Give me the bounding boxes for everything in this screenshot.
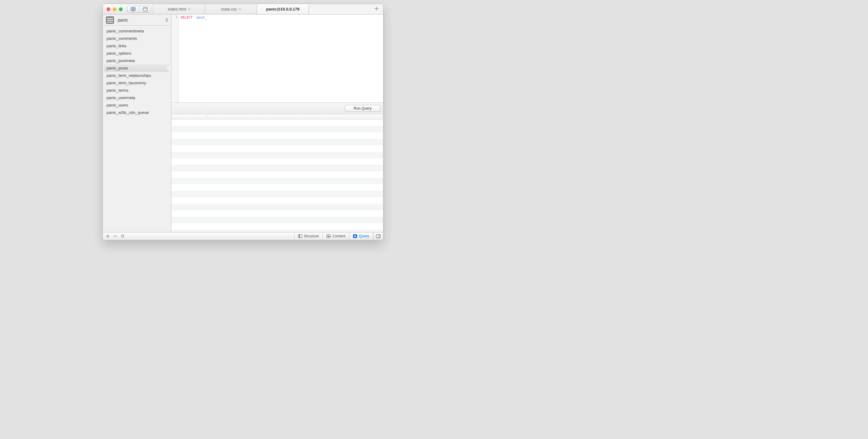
sidebar: panic panic_commentmeta panic_comments p…	[103, 14, 172, 232]
tab-label: coda.css	[221, 7, 237, 11]
panel-toggle-icon	[376, 234, 380, 238]
result-row[interactable]	[172, 145, 383, 152]
table-item[interactable]: panic_term_relationships	[104, 72, 170, 79]
results-pane	[172, 114, 383, 232]
results-header	[172, 114, 383, 120]
database-name: panic	[118, 18, 162, 23]
sql-punct: `	[207, 15, 209, 20]
tab-label: Content	[332, 234, 345, 238]
toggle-panel-button[interactable]	[373, 233, 383, 240]
run-bar: Run Query	[172, 103, 383, 114]
table-item[interactable]: panic_postmeta	[104, 57, 170, 65]
svg-rect-2	[132, 11, 134, 11]
run-query-button[interactable]: Run Query	[345, 105, 380, 112]
result-row[interactable]	[172, 132, 383, 139]
svg-rect-1	[132, 8, 135, 10]
new-tab-button[interactable]	[374, 6, 379, 12]
titlebar: index.html coda.css panic@10.0.0.179	[103, 4, 383, 14]
minimize-window-button[interactable]	[113, 7, 117, 11]
view-mode-group	[127, 6, 151, 13]
close-window-button[interactable]	[106, 7, 110, 11]
tab-panic-db[interactable]: panic@10.0.0.179	[257, 4, 309, 14]
svg-rect-3	[143, 7, 147, 11]
result-row[interactable]	[172, 184, 383, 191]
result-row[interactable]	[172, 139, 383, 145]
minus-icon	[113, 234, 117, 238]
content-tab[interactable]: Content	[323, 233, 349, 240]
unsaved-indicator-icon	[188, 8, 190, 10]
sql-punct: `	[193, 15, 197, 20]
database-icon	[106, 16, 114, 24]
result-row[interactable]	[172, 165, 383, 171]
tab-label: index.html	[168, 7, 186, 11]
result-row[interactable]	[172, 120, 383, 126]
column-header[interactable]	[172, 114, 207, 119]
structure-icon	[298, 234, 302, 238]
main-area: 1 SELECT `post_` Run Query	[172, 14, 383, 232]
footer-view-tabs: Structure Content Query	[294, 233, 373, 240]
table-item[interactable]: panic_users	[104, 102, 170, 109]
tab-label: panic@10.0.0.179	[266, 7, 299, 11]
app-window: index.html coda.css panic@10.0.0.179	[102, 4, 383, 240]
line-number: 1	[172, 15, 177, 19]
results-rows[interactable]	[172, 120, 383, 232]
footer-left	[103, 234, 128, 238]
table-item[interactable]: panic_terms	[104, 87, 170, 94]
result-row[interactable]	[172, 230, 383, 232]
tab-bar: index.html coda.css panic@10.0.0.179	[153, 4, 383, 14]
table-item[interactable]: panic_usermeta	[104, 94, 170, 102]
database-selector[interactable]: panic	[103, 14, 171, 26]
table-item-selected[interactable]: panic_posts	[104, 65, 170, 72]
result-row[interactable]	[172, 217, 383, 223]
result-row[interactable]	[172, 152, 383, 158]
line-gutter: 1	[172, 14, 179, 102]
refresh-button[interactable]	[121, 234, 124, 238]
query-tab[interactable]: Query	[349, 233, 373, 240]
table-item[interactable]: panic_comments	[104, 35, 170, 42]
tab-index-html[interactable]: index.html	[153, 4, 205, 14]
refresh-icon	[121, 234, 124, 238]
tab-label: Query	[359, 234, 369, 238]
query-icon	[353, 234, 357, 238]
query-editor: 1 SELECT `post_`	[172, 14, 383, 103]
plus-icon	[374, 6, 379, 11]
tab-coda-css[interactable]: coda.css	[205, 4, 257, 14]
table-item[interactable]: panic_links	[104, 42, 170, 50]
result-row[interactable]	[172, 223, 383, 230]
result-row[interactable]	[172, 210, 383, 217]
add-button[interactable]	[106, 234, 110, 238]
result-row[interactable]	[172, 191, 383, 197]
sql-identifier: post_	[197, 15, 207, 20]
table-item[interactable]: panic_w3tc_cdn_queue	[104, 109, 170, 116]
table-list: panic_commentmeta panic_comments panic_l…	[103, 26, 171, 232]
preview-mode-button[interactable]	[127, 6, 139, 12]
plus-icon	[106, 234, 110, 238]
stepper-icon	[165, 18, 168, 22]
traffic-lights	[103, 4, 126, 14]
display-icon	[131, 7, 135, 11]
tab-label: Structure	[304, 234, 319, 238]
window-icon	[143, 7, 148, 11]
footer: Structure Content Query	[103, 232, 383, 240]
code-input[interactable]: SELECT `post_`	[179, 14, 383, 102]
body: panic panic_commentmeta panic_comments p…	[103, 14, 383, 232]
content-icon	[327, 234, 331, 238]
titlebar-left	[103, 4, 153, 14]
files-mode-button[interactable]	[139, 6, 151, 12]
unsaved-indicator-icon	[239, 8, 241, 10]
table-item[interactable]: panic_options	[104, 50, 170, 57]
result-row[interactable]	[172, 197, 383, 204]
tab-bar-trailing	[309, 4, 383, 14]
zoom-window-button[interactable]	[119, 7, 123, 11]
remove-button[interactable]	[113, 234, 117, 238]
structure-tab[interactable]: Structure	[294, 233, 323, 240]
result-row[interactable]	[172, 126, 383, 132]
table-item[interactable]: panic_commentmeta	[104, 28, 170, 35]
sql-keyword: SELECT	[180, 15, 193, 20]
result-row[interactable]	[172, 178, 383, 184]
result-row[interactable]	[172, 204, 383, 210]
result-row[interactable]	[172, 171, 383, 178]
result-row[interactable]	[172, 158, 383, 165]
table-item[interactable]: panic_term_taxonomy	[104, 79, 170, 87]
